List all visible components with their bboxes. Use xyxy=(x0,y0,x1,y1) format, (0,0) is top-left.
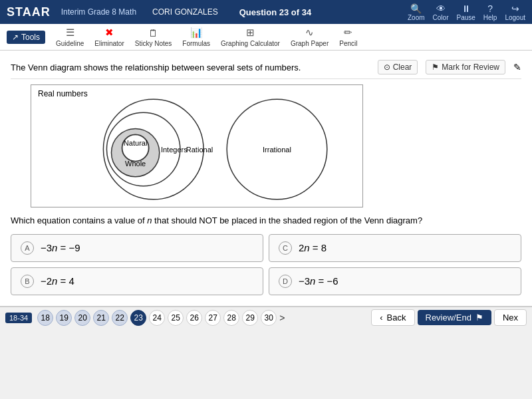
graph-paper-icon: ∿ xyxy=(305,27,314,39)
sticky-notes-icon: 🗒 xyxy=(148,27,158,39)
guideline-label: Guideline xyxy=(56,40,84,47)
whole-label: Whole xyxy=(125,160,146,168)
logout-label: Logout xyxy=(505,14,525,21)
question-bar-text: The Venn diagram shows the relationship … xyxy=(11,63,301,72)
header-tools: 🔍 Zoom 👁 Color ⏸ Pause ? Help ↪ Logout xyxy=(408,3,525,21)
page-22[interactable]: 22 xyxy=(112,310,128,326)
formulas-tool[interactable]: 📊 Formulas xyxy=(182,27,210,47)
help-icon: ? xyxy=(487,3,493,14)
venn-diagram: Real numbers Natural Whole Integers Rati… xyxy=(31,84,363,207)
graphing-calculator-icon: ⊞ xyxy=(246,27,255,39)
clear-button[interactable]: ⊙ Clear xyxy=(378,60,418,74)
tools-label: Tools xyxy=(21,33,40,42)
range-label: 18-34 xyxy=(5,313,32,323)
logout-icon: ↪ xyxy=(511,3,519,14)
irrational-label: Irrational xyxy=(263,146,291,154)
sticky-notes-label: Sticky Notes xyxy=(135,40,172,47)
choice-d[interactable]: D −3n = −6 xyxy=(269,267,521,295)
integers-label: Integers xyxy=(161,146,188,154)
choice-d-label: D xyxy=(279,275,292,288)
eliminator-tool[interactable]: ✖ Eliminator xyxy=(94,27,124,47)
student-name: CORI GONZALES xyxy=(152,7,218,17)
mark-for-review-button[interactable]: ⚑ Mark for Review xyxy=(426,60,505,74)
next-button[interactable]: Nex xyxy=(494,309,527,326)
more-pages-button[interactable]: > xyxy=(279,313,285,323)
toolbar: ↗ Tools ☰ Guideline ✖ Eliminator 🗒 Stick… xyxy=(0,24,532,51)
course-title: Interim Grade 8 Math xyxy=(61,7,136,17)
choice-d-text: −3n = −6 xyxy=(299,275,338,287)
flag-icon: ⚑ xyxy=(432,63,439,72)
clear-label: Clear xyxy=(393,63,412,72)
graphing-calculator-tool[interactable]: ⊞ Graphing Calculator xyxy=(221,27,280,47)
staar-logo: STAAR xyxy=(7,5,51,19)
back-label: Back xyxy=(387,313,406,323)
question-actions: ⊙ Clear ⚑ Mark for Review ✎ xyxy=(378,60,521,74)
page-21[interactable]: 21 xyxy=(93,310,109,326)
graph-paper-label: Graph Paper xyxy=(291,40,329,47)
guideline-tool[interactable]: ☰ Guideline xyxy=(56,27,84,47)
real-numbers-label: Real numbers xyxy=(38,89,88,98)
graphing-calculator-label: Graphing Calculator xyxy=(221,40,280,47)
zoom-tool[interactable]: 🔍 Zoom xyxy=(408,3,425,21)
pencil-tool[interactable]: ✏ Pencil xyxy=(339,27,357,47)
graph-paper-tool[interactable]: ∿ Graph Paper xyxy=(291,27,329,47)
pencil-icon: ✏ xyxy=(344,27,352,39)
choice-c-text: 2n = 8 xyxy=(299,242,327,253)
help-label: Help xyxy=(483,14,497,21)
question-bar: The Venn diagram shows the relationship … xyxy=(11,56,521,79)
page-27[interactable]: 27 xyxy=(205,310,221,326)
formulas-label: Formulas xyxy=(182,40,210,47)
zoom-label: Zoom xyxy=(408,14,425,21)
flag-end-icon: ⚑ xyxy=(475,313,483,323)
guideline-icon: ☰ xyxy=(66,27,74,39)
logout-tool[interactable]: ↪ Logout xyxy=(505,3,525,21)
choice-b[interactable]: B −2n = 4 xyxy=(11,267,263,295)
page-20[interactable]: 20 xyxy=(74,310,90,326)
review-label: Review/End xyxy=(426,313,471,323)
venn-svg: Natural Whole Integers Rational Irration… xyxy=(37,90,357,201)
page-19[interactable]: 19 xyxy=(56,310,72,326)
rational-label: Rational xyxy=(186,146,213,154)
page-25[interactable]: 25 xyxy=(168,310,184,326)
clear-icon: ⊙ xyxy=(384,63,390,72)
choice-c-label: C xyxy=(279,241,292,255)
edit-icon[interactable]: ✎ xyxy=(513,62,521,72)
mc-question: Which equation contains a value of n tha… xyxy=(11,214,521,227)
back-button[interactable]: ‹ Back xyxy=(371,309,414,326)
review-end-button[interactable]: Review/End ⚑ xyxy=(418,310,491,325)
question-info: Question 23 of 34 xyxy=(239,7,311,17)
help-tool[interactable]: ? Help xyxy=(483,3,497,21)
app-header: STAAR Interim Grade 8 Math CORI GONZALES… xyxy=(0,0,532,24)
next-label: Nex xyxy=(503,313,518,323)
choice-c[interactable]: C 2n = 8 xyxy=(269,234,521,262)
back-arrow-icon: ‹ xyxy=(380,313,382,323)
choice-b-text: −2n = 4 xyxy=(41,275,74,287)
pause-tool[interactable]: ⏸ Pause xyxy=(456,3,475,21)
page-29[interactable]: 29 xyxy=(242,310,258,326)
choice-a-label: A xyxy=(21,241,34,255)
color-tool[interactable]: 👁 Color xyxy=(433,3,449,21)
tools-button[interactable]: ↗ Tools xyxy=(7,31,45,44)
page-28[interactable]: 28 xyxy=(223,310,239,326)
content-area: The Venn diagram shows the relationship … xyxy=(0,51,532,306)
page-18[interactable]: 18 xyxy=(37,310,53,326)
choices-grid: A −3n = −9 C 2n = 8 B −2n = 4 D −3n = −6 xyxy=(11,234,521,295)
bottom-navigation: 18-34 18 19 20 21 22 23 24 25 26 27 28 2… xyxy=(0,306,532,329)
page-24[interactable]: 24 xyxy=(149,310,165,326)
color-icon: 👁 xyxy=(436,3,446,14)
natural-label: Natural xyxy=(124,140,148,148)
pencil-label: Pencil xyxy=(339,40,357,47)
page-23[interactable]: 23 xyxy=(130,310,146,326)
svg-point-3 xyxy=(122,134,149,161)
page-26[interactable]: 26 xyxy=(186,310,202,326)
page-30[interactable]: 30 xyxy=(261,310,277,326)
eliminator-icon: ✖ xyxy=(105,27,114,39)
eliminator-label: Eliminator xyxy=(94,40,124,47)
sticky-notes-tool[interactable]: 🗒 Sticky Notes xyxy=(135,27,172,47)
color-label: Color xyxy=(433,14,449,21)
choice-a-text: −3n = −9 xyxy=(41,242,80,253)
choice-a[interactable]: A −3n = −9 xyxy=(11,234,263,262)
zoom-icon: 🔍 xyxy=(410,3,422,14)
mark-label: Mark for Review xyxy=(442,63,499,72)
pause-label: Pause xyxy=(456,14,475,21)
